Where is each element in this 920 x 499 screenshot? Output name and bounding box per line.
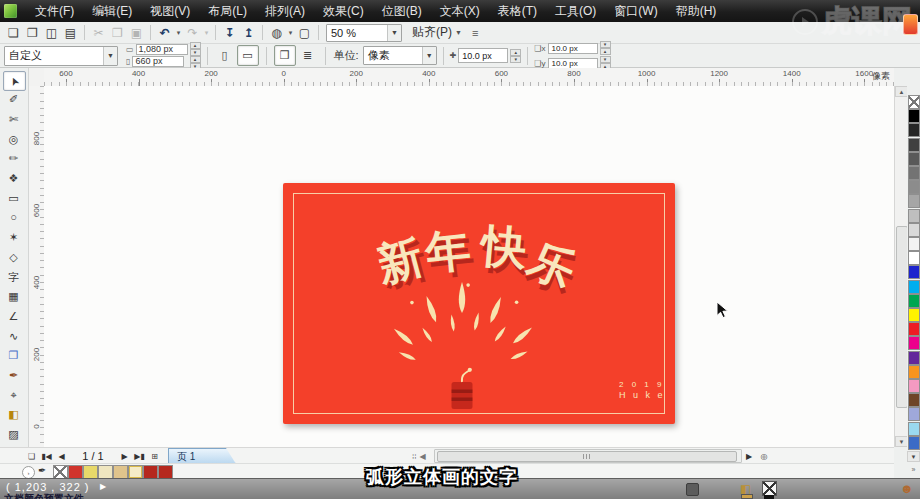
application-launcher-dropdown-icon[interactable]: ▾: [286, 29, 295, 37]
menu-item-2[interactable]: 视图(V): [141, 0, 199, 22]
zoom-tool[interactable]: ◎: [3, 130, 24, 148]
no-color-swatch[interactable]: [908, 95, 920, 109]
shape-tool[interactable]: ✐: [3, 91, 24, 109]
menu-item-8[interactable]: 表格(T): [489, 0, 546, 22]
interactive-fill-tool[interactable]: ▨: [3, 426, 24, 444]
copy-button[interactable]: ❐: [108, 24, 127, 42]
color-swatch-10[interactable]: [908, 237, 920, 251]
menu-item-7[interactable]: 文本(X): [431, 0, 489, 22]
horizontal-scrollbar[interactable]: [434, 449, 742, 463]
doc-color-swatch-2[interactable]: [83, 465, 98, 479]
landscape-button[interactable]: ▭: [237, 45, 259, 66]
zoom-navigator-icon[interactable]: ◎: [757, 452, 772, 461]
color-swatch-8[interactable]: [908, 209, 920, 223]
color-swatch-18[interactable]: [908, 351, 920, 365]
color-swatch-23[interactable]: [908, 422, 920, 436]
undo-dropdown-icon[interactable]: ▾: [174, 29, 183, 37]
units-combo[interactable]: 像素 ▼: [363, 46, 437, 65]
menu-item-0[interactable]: 文件(F): [26, 0, 83, 22]
fill-tool[interactable]: ◧: [3, 406, 24, 424]
color-swatch-11[interactable]: [908, 251, 920, 265]
connector-tool[interactable]: ∿: [3, 327, 24, 345]
duplicate-x-spinner[interactable]: ▾▴: [600, 41, 611, 55]
polygon-tool[interactable]: ✶: [3, 229, 24, 247]
add-page-button[interactable]: ⊞: [147, 452, 162, 461]
dimension-tool[interactable]: ∠: [3, 307, 24, 325]
zoom-level-combo[interactable]: 50 % ▼: [326, 24, 402, 42]
color-swatch-20[interactable]: [908, 379, 920, 393]
units-combo-arrow-icon[interactable]: ▼: [422, 47, 436, 64]
page-preset-combo[interactable]: 自定义 ▼: [4, 46, 118, 66]
fullscreen-preview-button[interactable]: ▢: [295, 24, 314, 42]
menu-item-3[interactable]: 布局(L): [199, 0, 256, 22]
menu-item-5[interactable]: 效果(C): [314, 0, 373, 22]
page-height-input[interactable]: 660 px: [132, 56, 184, 67]
redo-button[interactable]: ↷: [183, 24, 202, 42]
freehand-tool[interactable]: ✏: [3, 150, 24, 168]
color-swatch-22[interactable]: [908, 407, 920, 421]
goto-page-icon[interactable]: ❏: [24, 452, 39, 461]
artistic-media-tool[interactable]: ✒: [3, 367, 24, 385]
portrait-button[interactable]: ▯: [215, 46, 235, 65]
cut-button[interactable]: ✂: [89, 24, 108, 42]
next-page-button[interactable]: ▶: [117, 452, 132, 461]
color-swatch-16[interactable]: [908, 322, 920, 336]
crop-tool[interactable]: ✄: [3, 110, 24, 128]
undo-button[interactable]: ↶: [155, 24, 174, 42]
menu-item-4[interactable]: 排列(A): [256, 0, 314, 22]
color-swatch-24[interactable]: [908, 436, 920, 450]
palette-scroll-down-icon[interactable]: ▼: [907, 451, 920, 462]
options-button[interactable]: ≡: [472, 27, 478, 39]
table-tool[interactable]: ▦: [3, 288, 24, 306]
doc-color-swatch-1[interactable]: [68, 465, 83, 479]
preset-combo-arrow-icon[interactable]: ▼: [103, 47, 117, 65]
paste-button[interactable]: ▣: [127, 24, 146, 42]
color-swatch-13[interactable]: [908, 280, 920, 294]
color-swatch-21[interactable]: [908, 393, 920, 407]
application-launcher-button[interactable]: ◍: [267, 24, 286, 42]
horizontal-scroll-thumb[interactable]: [437, 451, 737, 462]
menu-item-9[interactable]: 工具(O): [546, 0, 605, 22]
color-swatch-6[interactable]: [908, 180, 920, 194]
rectangle-tool[interactable]: ▭: [3, 189, 24, 207]
all-pages-button[interactable]: ❒: [274, 45, 296, 66]
previous-page-button[interactable]: ◀: [54, 452, 69, 461]
ellipse-tool[interactable]: ○: [3, 209, 24, 227]
outline-none-icon[interactable]: [762, 481, 777, 496]
duplicate-y-input[interactable]: 10.0 px: [548, 58, 598, 69]
color-swatch-2[interactable]: [908, 123, 920, 137]
color-swatch-17[interactable]: [908, 336, 920, 350]
color-swatch-3[interactable]: [908, 138, 920, 152]
vertical-scrollbar[interactable]: ▲ ▼: [894, 86, 908, 447]
color-swatch-12[interactable]: [908, 265, 920, 279]
last-page-button[interactable]: ▶▮: [132, 452, 147, 461]
save-button[interactable]: ◫: [42, 24, 61, 42]
scroll-left-icon[interactable]: ◀: [419, 452, 425, 461]
page-width-input[interactable]: 1,080 px: [136, 44, 188, 55]
text-tool[interactable]: 字: [3, 268, 24, 286]
color-swatch-15[interactable]: [908, 308, 920, 322]
pick-tool[interactable]: ➤: [3, 71, 26, 91]
extrude-tool[interactable]: ❐: [3, 347, 24, 365]
color-swatch-1[interactable]: [908, 109, 920, 123]
doc-color-swatch-6[interactable]: [143, 465, 158, 479]
menu-item-11[interactable]: 帮助(H): [667, 0, 726, 22]
menu-item-1[interactable]: 编辑(E): [83, 0, 141, 22]
menu-item-10[interactable]: 窗口(W): [605, 0, 666, 22]
page-size-spinners[interactable]: ▴▾▴▾: [190, 42, 201, 70]
color-swatch-14[interactable]: [908, 294, 920, 308]
doc-color-swatch-3[interactable]: [98, 465, 113, 479]
drawing-area[interactable]: 2 0 1 9 H u k e 新年快乐: [44, 86, 894, 447]
duplicate-x-input[interactable]: 10.0 px: [548, 43, 598, 54]
first-page-button[interactable]: ▮◀: [39, 452, 54, 461]
doc-color-swatch-4[interactable]: [113, 465, 128, 479]
export-button[interactable]: ↥: [239, 24, 258, 42]
smart-fill-tool[interactable]: ❖: [3, 170, 24, 188]
basic-shapes-tool[interactable]: ◇: [3, 248, 24, 266]
user-account-icon[interactable]: ☻: [900, 481, 914, 496]
open-button[interactable]: ❐: [23, 24, 42, 42]
color-swatch-9[interactable]: [908, 223, 920, 237]
redo-dropdown-icon[interactable]: ▾: [202, 29, 211, 37]
doc-color-swatch-5[interactable]: [128, 465, 143, 479]
page-tab[interactable]: 页 1: [168, 448, 236, 464]
